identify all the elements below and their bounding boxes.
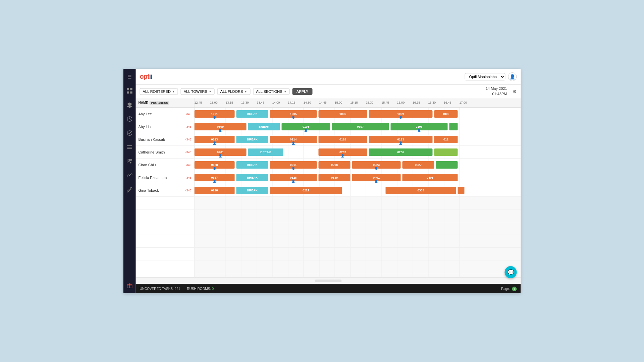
time-label: 16:30 (428, 101, 436, 104)
gantt-row: 0109👤BREAK0108👤01070106👤 (195, 120, 521, 133)
header: optii Optii Mooloolaba 👤 (136, 69, 521, 85)
sidebar-people-icon[interactable] (125, 157, 133, 165)
schedule-body: Aby Lee-343Aby Lin-343Basinah Kassab-343… (136, 108, 521, 277)
toolbar: ALL ROSTERED ▼ ALL TOWERS ▼ ALL FLOORS ▼… (136, 85, 521, 98)
header-right: Optii Mooloolaba 👤 (465, 72, 517, 81)
task-bar[interactable]: BREAK (236, 136, 268, 143)
sidebar: ☰ (123, 69, 136, 293)
task-bar[interactable] (449, 123, 458, 130)
chevron-down-icon: ▼ (244, 90, 247, 93)
name-column: Aby Lee-343Aby Lin-343Basinah Kassab-343… (136, 108, 195, 277)
progress-badge: PROGRESS (150, 101, 169, 105)
sidebar-layers-icon[interactable] (125, 101, 133, 109)
settings-icon[interactable]: ⚙ (513, 89, 517, 94)
filter-rostered-btn[interactable]: ALL ROSTERED ▼ (140, 88, 178, 95)
badge-number: -343 (185, 112, 191, 116)
task-bar[interactable]: BREAK (236, 174, 268, 181)
sidebar-clock-icon[interactable] (125, 115, 133, 123)
person-icon: 👤 (213, 167, 216, 170)
gantt-row-empty (195, 273, 521, 277)
person-icon: 👤 (291, 167, 295, 170)
time-label: 14:15 (288, 101, 296, 104)
uncovered-tasks: UNCOVERED TASKS: 221 (140, 287, 180, 291)
person-icon: 👤 (213, 141, 216, 145)
name-cell: Felicia Ezeamara-343 (136, 171, 194, 184)
filter-sections-btn[interactable]: ALL SECTIONS ▼ (253, 88, 289, 95)
task-bar[interactable]: 0206 (369, 148, 433, 156)
task-bar[interactable]: 0118 (319, 136, 367, 143)
sidebar-gift-icon[interactable] (125, 281, 133, 289)
apply-button[interactable]: APPLY (292, 88, 313, 95)
person-icon: 👤 (341, 154, 344, 158)
chevron-down-icon: ▼ (284, 90, 287, 93)
sidebar-tools-icon[interactable] (125, 185, 133, 193)
chat-button[interactable]: 💬 (505, 266, 517, 278)
task-bar[interactable]: 0229 (270, 187, 342, 194)
app-window: ☰ (123, 69, 521, 293)
location-select[interactable]: Optii Mooloolaba (465, 73, 505, 80)
task-bar[interactable]: BREAK (236, 161, 268, 169)
task-bar[interactable]: 1009 (434, 110, 458, 118)
gantt-row: 1001👤BREAK1005👤10061009👤1009 (195, 108, 521, 120)
task-bar[interactable]: 012 (434, 136, 458, 143)
name-cell-empty (136, 260, 194, 273)
gantt-row: 0228BREAK02290303 (195, 184, 521, 197)
svg-rect-1 (130, 88, 132, 90)
time-label: 14:45 (319, 101, 327, 104)
task-bar[interactable]: 0107 (332, 123, 389, 130)
scroll-indicator[interactable] (315, 280, 342, 282)
task-bar[interactable]: 0303 (386, 187, 456, 194)
gantt-row: 0113👤BREAK0114👤01180123👤012 (195, 133, 521, 146)
task-bar[interactable] (458, 187, 465, 194)
name-cell-empty (136, 209, 194, 222)
app-logo: optii (140, 73, 152, 80)
rush-rooms: RUSH ROOMS: 0 (187, 287, 214, 291)
sidebar-grid-icon[interactable] (125, 87, 133, 95)
time-label: 14:30 (304, 101, 311, 104)
sidebar-list-icon[interactable] (125, 143, 133, 151)
gantt-row-empty (195, 248, 521, 260)
task-bar[interactable]: 1006 (319, 110, 367, 118)
time-label: 12:45 (195, 101, 202, 104)
sidebar-analytics-icon[interactable] (125, 171, 133, 179)
user-avatar[interactable]: 👤 (508, 72, 517, 81)
time-label: 16:15 (413, 101, 420, 104)
task-bar[interactable]: 0408 (402, 174, 458, 181)
staff-name: Felicia Ezeamara (139, 176, 184, 180)
time-label: 16:00 (397, 101, 405, 104)
person-icon: 👤 (218, 129, 222, 132)
task-bar[interactable]: BREAK (236, 187, 268, 194)
badge-number: -343 (185, 176, 191, 179)
task-bar[interactable] (436, 161, 458, 169)
chevron-down-icon: ▼ (209, 90, 212, 93)
task-bar[interactable]: 0218 (319, 161, 351, 169)
staff-name: Catherine Smith (139, 150, 184, 154)
svg-rect-0 (127, 88, 129, 90)
gantt-row-empty (195, 197, 521, 209)
person-icon: 👤 (291, 141, 295, 145)
sidebar-check-icon[interactable] (125, 129, 133, 137)
svg-point-10 (130, 159, 132, 161)
name-cell: Basinah Kassab-343 (136, 133, 194, 146)
filter-towers-btn[interactable]: ALL TOWERS ▼ (181, 88, 215, 95)
badge-number: -343 (185, 125, 191, 128)
person-icon: 👤 (399, 141, 402, 145)
task-bar[interactable]: BREAK (248, 123, 280, 130)
task-bar[interactable]: 0227 (402, 161, 434, 169)
time-label: 15:45 (381, 101, 389, 104)
task-bar[interactable]: 0228 (195, 187, 235, 194)
person-icon: 👤 (417, 129, 421, 132)
badge-number: -343 (185, 150, 191, 154)
task-bar[interactable]: BREAK (236, 110, 268, 118)
staff-name: Chan Chiu (139, 163, 184, 167)
person-icon: 👤 (304, 129, 308, 132)
staff-name: Gina Toback (139, 188, 184, 192)
task-bar[interactable]: BREAK (248, 148, 283, 156)
person-icon: 👤 (374, 167, 378, 170)
filter-floors-btn[interactable]: ALL FLOORS ▼ (217, 88, 250, 95)
chevron-down-icon: ▼ (172, 90, 175, 93)
task-bar[interactable]: 0330 (319, 174, 351, 181)
sidebar-menu-icon[interactable]: ☰ (125, 73, 133, 81)
time-label: 15:30 (366, 101, 374, 104)
task-bar[interactable] (434, 148, 458, 156)
